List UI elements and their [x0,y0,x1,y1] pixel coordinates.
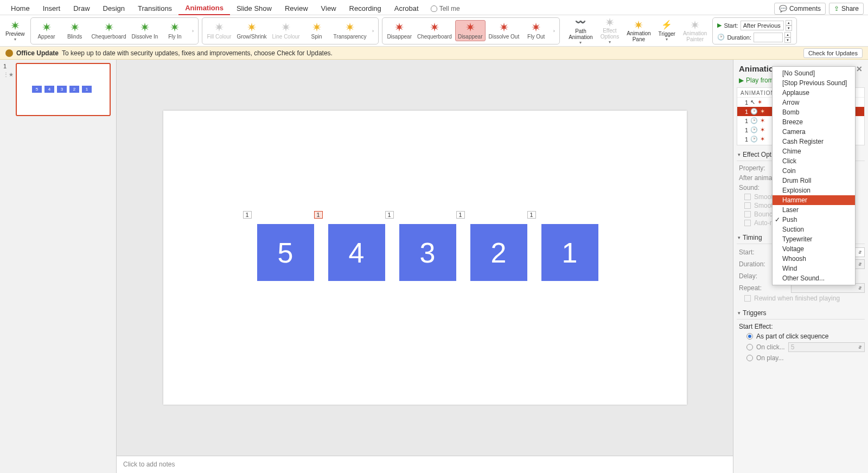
smooth-end-checkbox[interactable] [744,202,751,209]
anim-tag[interactable]: 1 [385,211,394,219]
tell-me[interactable]: Tell me [425,3,465,15]
share-button[interactable]: ⇪Share [829,3,864,15]
anim-chequer-in[interactable]: Chequerboard [90,21,129,41]
sound-option[interactable]: Chime [773,146,855,156]
sound-option[interactable]: Whoosh [773,254,855,264]
slide-number: 1 [3,63,14,69]
radio-onclick[interactable] [746,344,753,350]
anim-linecolor[interactable]: Line Colour [270,21,302,41]
shape-3[interactable]: 3 [399,224,456,281]
auto-reverse-checkbox[interactable] [744,220,751,226]
anim-dissolve-out[interactable]: Dissolve Out [487,21,522,41]
tab-design[interactable]: Design [97,2,131,15]
duration-field[interactable] [754,33,783,42]
sound-option[interactable]: Wind [773,264,855,273]
preview-button[interactable]: Preview ▾ [3,19,27,43]
clock-icon: 🕑 [750,136,758,143]
duration-down[interactable]: ▼ [784,37,791,43]
mini-box: 3 [57,86,67,93]
anim-tag[interactable]: 1 [456,211,465,219]
sound-option[interactable]: [Stop Previous Sound] [773,78,855,88]
radio-onplay[interactable] [746,355,753,361]
tab-review[interactable]: Review [278,2,315,15]
sound-option[interactable]: Camera [773,127,855,137]
onclick-field[interactable]: 5⇵ [788,342,865,352]
anim-disappear-sel[interactable]: Disappear [455,20,486,41]
tab-acrobat[interactable]: Acrobat [388,2,425,15]
sound-option[interactable]: Other Sound... [773,273,855,283]
animation-pane-button[interactable]: Animation Pane [624,18,653,43]
sound-option[interactable]: Voltage [773,244,855,254]
timing-ribbon-group: ▶ Start: After Previous ▲▼ 🕑 Duration: ▲… [712,17,796,44]
start-down[interactable]: ▼ [786,25,792,31]
smooth-start-checkbox[interactable] [744,194,751,200]
sound-option[interactable]: Suction [773,225,855,234]
sound-option[interactable]: Typewriter [773,234,855,244]
slide-thumbnail-1[interactable]: 5 4 3 2 1 [16,63,111,116]
emphasis-more[interactable]: › [369,28,376,34]
tab-home[interactable]: Home [4,2,36,15]
triggers-header[interactable]: ▾Triggers [737,307,865,319]
comments-button[interactable]: 💬Comments [774,3,826,15]
shape-5[interactable]: 5 [257,224,314,281]
sound-option[interactable]: Hammer [773,195,855,205]
anim-transparency[interactable]: Transparency [331,21,369,41]
anim-grow[interactable]: Grow/Shrink [234,21,269,41]
tab-animations[interactable]: Animations [178,2,230,15]
tab-draw[interactable]: Draw [67,2,96,15]
sound-dropdown-menu[interactable]: [No Sound][Stop Previous Sound]ApplauseA… [772,66,856,285]
effect-options-button[interactable]: Effect Options▾ [598,16,621,46]
sound-option[interactable]: Arrow [773,98,855,107]
sound-option[interactable]: Coin [773,166,855,176]
anim-chequer-out[interactable]: Chequerboard [415,21,454,41]
notes-area[interactable]: Click to add notes [117,456,733,473]
start-dropdown[interactable]: After Previous [741,21,784,30]
anim-tag-selected[interactable]: 1 [314,211,323,219]
sound-option[interactable]: Breeze [773,117,855,127]
trigger-button[interactable]: ⚡Trigger▾ [656,18,678,43]
tab-view[interactable]: View [315,2,343,15]
radio-sequence[interactable] [746,333,753,340]
timing-repeat-label: Repeat: [739,284,788,292]
anim-spin[interactable]: Spin [303,21,330,41]
shape-4[interactable]: 4 [328,224,385,281]
path-animation-button[interactable]: 〰️Path Animation▾ [566,16,595,46]
anim-tag[interactable]: 1 [527,211,536,219]
shape-2[interactable]: 2 [470,224,527,281]
start-up[interactable]: ▲ [786,20,792,25]
sound-option[interactable]: Drum Roll [773,176,855,186]
sound-option[interactable]: Bomb [773,107,855,117]
slide-canvas[interactable]: 15 14 13 12 11 [163,111,687,405]
sound-option[interactable]: Explosion [773,186,855,195]
tab-slideshow[interactable]: Slide Show [230,2,278,15]
sound-option[interactable]: Click [773,156,855,166]
clock-icon: 🕑 [750,117,758,124]
anim-disappear[interactable]: Disappear [385,21,414,41]
exit-more[interactable]: › [551,28,557,34]
shape-1[interactable]: 1 [541,224,598,281]
tab-recording[interactable]: Recording [343,2,388,15]
anim-fillcolor[interactable]: Fill Colour [205,21,233,41]
duration-up[interactable]: ▲ [784,32,791,37]
bounce-end-checkbox[interactable] [744,211,751,218]
entrance-more[interactable]: › [189,28,196,34]
sound-option[interactable]: [No Sound] [773,68,855,78]
tab-transitions[interactable]: Transitions [131,2,178,15]
animation-painter-button[interactable]: Animation Painter [681,18,709,43]
sound-option[interactable]: Applause [773,88,855,98]
tab-insert[interactable]: Insert [36,2,67,15]
sound-option[interactable]: Cash Register [773,137,855,146]
anim-flyout[interactable]: Fly Out [522,21,550,41]
close-pane-button[interactable]: ✕ [856,65,863,73]
chevron-down-icon: ▾ [738,310,741,316]
anim-blinds[interactable]: Blinds [61,21,88,41]
anim-tag[interactable]: 1 [243,211,252,219]
anim-dissolve-in[interactable]: Dissolve In [130,21,161,41]
anim-appear[interactable]: Appear [33,21,60,41]
anim-flyin[interactable]: Fly In [161,21,188,41]
sound-option[interactable]: Laser [773,205,855,215]
rewind-checkbox[interactable] [744,295,751,302]
effect-icon: ✶ [760,108,765,115]
sound-option[interactable]: Push [773,215,855,225]
check-updates-button[interactable]: Check for Updates [803,48,863,58]
